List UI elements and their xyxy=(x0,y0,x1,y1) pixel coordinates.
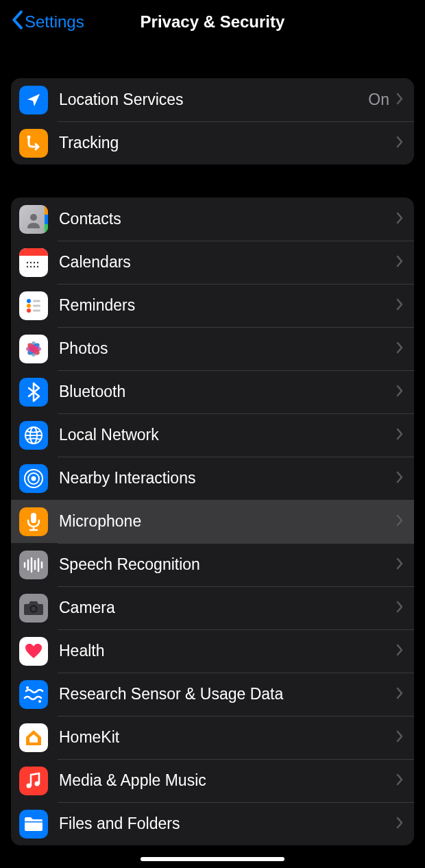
folder-icon xyxy=(19,810,48,839)
chevron-right-icon xyxy=(396,471,403,486)
photos-icon xyxy=(19,335,48,363)
chevron-left-icon xyxy=(11,10,23,34)
svg-point-8 xyxy=(34,266,35,267)
row-label: Media & Apple Music xyxy=(59,771,396,790)
chevron-right-icon xyxy=(396,730,403,745)
row-calendars[interactable]: Calendars xyxy=(11,241,414,284)
waveform-icon xyxy=(19,551,48,579)
svg-rect-13 xyxy=(33,304,40,306)
svg-point-9 xyxy=(37,266,38,267)
research-icon xyxy=(19,680,48,709)
row-health[interactable]: Health xyxy=(11,629,414,673)
svg-point-7 xyxy=(30,266,32,267)
row-label: Speech Recognition xyxy=(59,555,396,574)
chevron-right-icon xyxy=(396,514,403,529)
svg-point-3 xyxy=(30,262,32,263)
chevron-right-icon xyxy=(396,601,403,616)
chevron-right-icon xyxy=(396,428,403,443)
row-local-network[interactable]: Local Network xyxy=(11,413,414,457)
chevron-right-icon xyxy=(396,298,403,313)
back-button[interactable]: Settings xyxy=(11,10,84,34)
row-media-apple-music[interactable]: Media & Apple Music xyxy=(11,759,414,802)
privacy-group-data: Contacts Calendars Reminders xyxy=(11,197,414,845)
row-microphone[interactable]: Microphone xyxy=(11,500,414,543)
row-label: Tracking xyxy=(59,134,396,152)
chevron-right-icon xyxy=(396,773,403,788)
svg-point-10 xyxy=(27,299,31,303)
privacy-group-location: Location Services On Tracking xyxy=(11,78,414,165)
calendar-icon xyxy=(19,248,48,277)
microphone-icon xyxy=(19,507,48,536)
row-label: Bluetooth xyxy=(59,383,396,401)
row-location-services[interactable]: Location Services On xyxy=(11,78,414,121)
row-value: On xyxy=(368,91,389,109)
row-label: Camera xyxy=(59,599,396,617)
svg-point-4 xyxy=(34,262,35,263)
row-label: Research Sensor & Usage Data xyxy=(59,685,396,703)
row-label: Reminders xyxy=(59,296,396,315)
bluetooth-icon xyxy=(19,378,48,407)
chevron-right-icon xyxy=(396,341,403,357)
tracking-icon xyxy=(19,129,48,158)
row-tracking[interactable]: Tracking xyxy=(11,121,414,165)
svg-point-41 xyxy=(26,686,29,689)
svg-point-1 xyxy=(30,214,37,221)
row-contacts[interactable]: Contacts xyxy=(11,197,414,241)
row-nearby-interactions[interactable]: Nearby Interactions xyxy=(11,457,414,500)
chevron-right-icon xyxy=(396,136,403,151)
svg-rect-11 xyxy=(33,300,40,302)
svg-rect-45 xyxy=(25,821,42,823)
svg-rect-15 xyxy=(33,309,40,311)
home-indicator[interactable] xyxy=(141,857,284,861)
camera-icon xyxy=(19,594,48,623)
svg-point-5 xyxy=(37,262,38,263)
row-label: HomeKit xyxy=(59,728,396,747)
chevron-right-icon xyxy=(396,93,403,108)
row-label: Calendars xyxy=(59,253,396,272)
settings-content: Location Services On Tracking Contacts xyxy=(0,78,425,845)
svg-point-40 xyxy=(32,606,36,611)
row-label: Files and Folders xyxy=(59,815,396,833)
row-label: Photos xyxy=(59,339,396,358)
svg-point-27 xyxy=(32,476,36,481)
chevron-right-icon xyxy=(396,817,403,832)
row-label: Microphone xyxy=(59,512,396,531)
chevron-right-icon xyxy=(396,385,403,400)
home-icon xyxy=(19,723,48,752)
svg-point-44 xyxy=(35,781,40,786)
row-camera[interactable]: Camera xyxy=(11,586,414,629)
location-arrow-icon xyxy=(19,86,48,114)
row-photos[interactable]: Photos xyxy=(11,327,414,370)
contacts-icon xyxy=(19,205,48,234)
chevron-right-icon xyxy=(396,557,403,572)
chevron-right-icon xyxy=(396,255,403,270)
chevron-right-icon xyxy=(396,212,403,227)
row-reminders[interactable]: Reminders xyxy=(11,284,414,327)
row-research-sensor[interactable]: Research Sensor & Usage Data xyxy=(11,673,414,716)
chevron-right-icon xyxy=(396,644,403,659)
row-label: Local Network xyxy=(59,426,396,444)
svg-point-42 xyxy=(38,700,41,703)
row-speech-recognition[interactable]: Speech Recognition xyxy=(11,543,414,586)
row-files-folders[interactable]: Files and Folders xyxy=(11,802,414,845)
chevron-right-icon xyxy=(396,687,403,702)
svg-rect-30 xyxy=(31,513,36,523)
globe-icon xyxy=(19,421,48,450)
reminders-icon xyxy=(19,291,48,320)
heart-icon xyxy=(19,637,48,666)
row-label: Location Services xyxy=(59,91,368,109)
svg-point-2 xyxy=(27,262,28,263)
row-bluetooth[interactable]: Bluetooth xyxy=(11,370,414,413)
row-homekit[interactable]: HomeKit xyxy=(11,716,414,759)
svg-point-43 xyxy=(27,783,32,788)
nav-header: Settings Privacy & Security xyxy=(0,0,425,44)
nearby-icon xyxy=(19,464,48,493)
svg-point-0 xyxy=(27,135,31,138)
music-note-icon xyxy=(19,767,48,795)
row-label: Health xyxy=(59,642,396,660)
svg-point-12 xyxy=(27,304,31,308)
svg-point-6 xyxy=(27,266,28,267)
back-label: Settings xyxy=(25,12,84,32)
row-label: Nearby Interactions xyxy=(59,469,396,487)
svg-point-14 xyxy=(27,309,31,313)
